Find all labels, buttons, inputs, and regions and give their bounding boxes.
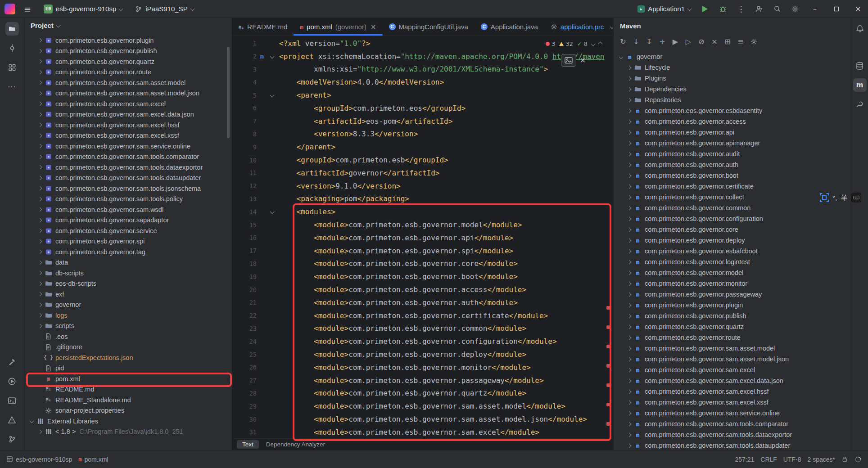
settings-button[interactable] <box>787 2 803 16</box>
project-tree-item[interactable]: < 1.8 >C:\Program Files\Java\jdk1.8.0_25… <box>24 427 232 437</box>
project-tree-item[interactable]: com.primeton.esb.governor.sam.tools.poli… <box>24 194 232 205</box>
project-tree-item[interactable]: com.primeton.esb.governor.sapadaptor <box>24 215 232 226</box>
floating-annotation-toolbar[interactable]: × <box>561 54 586 67</box>
hidden-tabs-chevron-icon[interactable] <box>610 20 613 34</box>
chevron-right-icon[interactable] <box>625 401 633 404</box>
maven-tree-item[interactable]: mcom.primeton.esb.governor.sam.service.o… <box>614 408 851 418</box>
maven-tree-item[interactable]: mcom.primeton.esb.governor.sam.tools.com… <box>614 418 851 429</box>
chevron-right-icon[interactable] <box>625 142 633 145</box>
project-tree-item[interactable]: .gitignore <box>24 342 232 353</box>
code-line-30[interactable]: 30 <module>com.primeton.esb.governor.sam… <box>232 413 613 426</box>
chevron-right-icon[interactable] <box>625 412 633 415</box>
chevron-right-icon[interactable] <box>625 153 633 156</box>
error-stripe-mark[interactable] <box>606 403 610 406</box>
maven-tree-item[interactable]: mcom.primeton.esb.governor.sam.asset.mod… <box>614 343 851 354</box>
project-tree-item[interactable]: com.primeton.esb.governor.sam.tools.data… <box>24 173 232 184</box>
capture-tool-icon[interactable] <box>819 193 829 202</box>
chevron-right-icon[interactable] <box>36 155 44 158</box>
indent-style[interactable]: 2 spaces* <box>808 456 835 463</box>
ime-status-widget[interactable]: °, <box>819 193 861 202</box>
notifications-bell-icon[interactable] <box>853 22 867 36</box>
code-line-19[interactable]: 19 <module>com.primeton.esb.governor.boo… <box>232 270 613 283</box>
project-tree-item[interactable]: pid <box>24 363 232 374</box>
chevron-down-icon[interactable] <box>27 419 36 423</box>
chevron-right-icon[interactable] <box>625 293 633 296</box>
chevron-right-icon[interactable] <box>625 163 633 166</box>
maven-tree-item[interactable]: mcom.primeton.esb.governor.sam.asset.mod… <box>614 354 851 364</box>
chevron-right-icon[interactable] <box>625 207 633 210</box>
chevron-right-icon[interactable] <box>625 433 633 436</box>
maven-tree-item[interactable]: mcom.primeton.esb.governor.monitor <box>614 278 851 289</box>
next-problem-icon[interactable] <box>591 42 596 46</box>
project-tree-item[interactable]: com.primeton.esb.governor.sam.wsdl <box>24 204 232 215</box>
project-tree-item[interactable]: com.primeton.esb.governor.publish <box>24 46 232 57</box>
screenshot-image-icon[interactable] <box>561 54 576 67</box>
project-widget[interactable]: E9 esb-governor-910sp <box>40 2 127 16</box>
code-line-16[interactable]: 16 <module>com.primeton.esb.governor.api… <box>232 231 613 244</box>
background-tasks-icon[interactable] <box>854 456 862 463</box>
chevron-right-icon[interactable] <box>625 423 633 426</box>
code-line-8[interactable]: 8 <version>8.3.3</version> <box>232 128 613 141</box>
project-tree-item[interactable]: com.primeton.esb.governor.spi <box>24 236 232 247</box>
run-button[interactable] <box>697 2 713 16</box>
vcs-branch-widget[interactable]: iPaaS910_SP <box>131 3 198 15</box>
prev-problem-icon[interactable] <box>598 42 603 46</box>
code-line-24[interactable]: 24 <module>com.primeton.esb.governor.con… <box>232 335 613 348</box>
maven-tree-item[interactable]: mcom.primeton.esb.governor.audit <box>614 148 851 159</box>
code-line-2[interactable]: 2m<project xsi:schemaLocation="http://ma… <box>232 50 613 63</box>
maven-tree-item[interactable]: mcom.primeton.esb.governor.sam.tools.dat… <box>614 429 851 440</box>
code-line-31[interactable]: 31 <module>com.primeton.esb.governor.sam… <box>232 426 613 438</box>
maven-tree-item[interactable]: mcom.primeton.esb.governor.route <box>614 332 851 343</box>
error-stripe-mark[interactable] <box>606 345 610 348</box>
chevron-right-icon[interactable] <box>36 187 44 190</box>
maven-tree-item[interactable]: mcom.primeton.esb.governor.esbafcboot <box>614 246 851 256</box>
execute-maven-goal-icon[interactable]: ▷ <box>683 36 694 47</box>
maven-tree-item[interactable]: Lifecycle <box>614 62 851 73</box>
maven-tree-item[interactable]: mcom.primeton.esb.governor.configuration <box>614 213 851 224</box>
code-line-23[interactable]: 23 <module>com.primeton.esb.governor.com… <box>232 322 613 335</box>
code-line-21[interactable]: 21 <module>com.primeton.esb.governor.aut… <box>232 296 613 309</box>
code-line-26[interactable]: 26 <module>com.primeton.esb.governor.mon… <box>232 361 613 374</box>
project-tree-item[interactable]: com.primeton.esb.governor.sam.excel.data… <box>24 109 232 120</box>
caret-position[interactable]: 257:21 <box>735 456 754 463</box>
chevron-right-icon[interactable] <box>625 174 633 177</box>
chevron-right-icon[interactable] <box>625 217 633 220</box>
code-line-9[interactable]: 9 </parent> <box>232 140 613 153</box>
maximize-button[interactable] <box>827 0 846 18</box>
maven-tree-item[interactable]: mcom.primeton.esb.governor.sam.excel <box>614 364 851 375</box>
minimize-button[interactable]: – <box>805 0 825 18</box>
maven-tree-item[interactable]: mcom.primeton.esb.governor.certificate <box>614 181 851 192</box>
fold-region-icon[interactable] <box>267 94 276 97</box>
maven-tree-item[interactable]: Dependencies <box>614 84 851 94</box>
chevron-right-icon[interactable] <box>625 390 633 393</box>
project-tree-item[interactable]: com.primeton.esb.governor.route <box>24 67 232 78</box>
project-scrollbar[interactable] <box>227 47 230 138</box>
chevron-right-icon[interactable] <box>36 60 44 63</box>
generate-sources-icon[interactable]: ↧ <box>643 36 655 47</box>
maven-tree-item[interactable]: mcom.primeton.eos.governor.esbdasentity <box>614 105 851 116</box>
maven-tree-item[interactable]: mcom.primeton.esb.governor.core <box>614 224 851 235</box>
gradle-icon[interactable] <box>853 98 867 111</box>
ime-keyboard-icon[interactable] <box>851 193 861 202</box>
code-line-4[interactable]: 4 <modelVersion>4.0.0</modelVersion> <box>232 76 613 89</box>
version-control-icon[interactable] <box>5 432 19 446</box>
project-panel-header[interactable]: Project <box>24 18 232 33</box>
chevron-right-icon[interactable] <box>625 304 633 307</box>
maven-tree-item[interactable]: mcom.primeton.esb.governor.model <box>614 267 851 278</box>
chevron-right-icon[interactable] <box>36 314 44 317</box>
project-tree-item[interactable]: db-scripts <box>24 268 232 279</box>
chevron-right-icon[interactable] <box>625 196 633 199</box>
chevron-right-icon[interactable] <box>36 71 44 74</box>
maven-tree-item[interactable]: mcom.primeton.esb.governor.passageway <box>614 289 851 300</box>
chevron-right-icon[interactable] <box>625 336 633 339</box>
chevron-right-icon[interactable] <box>625 379 633 382</box>
chevron-right-icon[interactable] <box>625 120 633 123</box>
code-line-20[interactable]: 20 <module>com.primeton.esb.governor.acc… <box>232 283 613 296</box>
maven-panel-header[interactable]: Maven <box>614 18 851 33</box>
project-tree-item[interactable]: com.primeton.esb.governor.sam.service.on… <box>24 141 232 152</box>
project-folder-icon[interactable] <box>5 22 19 36</box>
more-actions-kebab-icon[interactable]: ⋮ <box>733 2 749 16</box>
chevron-right-icon[interactable] <box>625 444 633 447</box>
file-encoding[interactable]: UTF-8 <box>783 456 801 463</box>
chevron-right-icon[interactable] <box>36 261 44 264</box>
